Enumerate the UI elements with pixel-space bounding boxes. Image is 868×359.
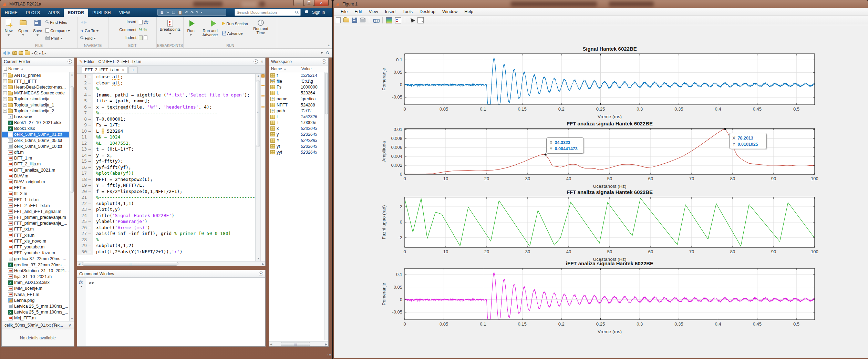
expander-icon[interactable]: + xyxy=(3,109,7,113)
notification-bell-icon[interactable] xyxy=(305,10,309,14)
command-window-body[interactable]: fx >> xyxy=(77,278,265,346)
ribbon-tab-apps[interactable]: APPS xyxy=(44,9,64,17)
new-figure-icon[interactable] xyxy=(336,17,341,23)
qat-cut-icon[interactable]: ✂ xyxy=(166,10,169,15)
insert-icons[interactable]: fx xyxy=(139,20,148,25)
figure-menu-insert[interactable]: Insert xyxy=(382,9,399,14)
run-button[interactable]: Run xyxy=(185,19,197,37)
workspace-variable-row[interactable]: L523264 xyxy=(269,90,324,96)
ribbon-tab-publish[interactable]: PUBLISH xyxy=(88,9,115,17)
collapse-ribbon-icon[interactable]: ▲ xyxy=(327,43,330,47)
file-list-item[interactable]: +FFT_i_IFFT xyxy=(2,78,69,84)
search-documentation-box[interactable]: Search Documentation xyxy=(235,9,301,16)
editor-menu-icon[interactable]: ▼ xyxy=(254,59,258,64)
tab-close-icon[interactable]: × xyxy=(122,68,124,72)
workspace-variable-row[interactable]: chname'gredica xyxy=(269,96,324,102)
file-list-item[interactable]: +Heart-Beat-Detector-mas... xyxy=(2,84,69,90)
ribbon-tab-view[interactable]: VIEW xyxy=(115,9,134,17)
back-forward-icons[interactable] xyxy=(81,20,87,24)
command-window-menu-icon[interactable]: ▼ xyxy=(259,271,263,276)
expander-icon[interactable]: + xyxy=(3,97,7,101)
property-inspector-icon[interactable] xyxy=(417,17,424,23)
comment-label[interactable]: Comment xyxy=(119,28,136,32)
chevron-down-icon[interactable]: ∨ xyxy=(68,323,71,328)
forward-icon[interactable] xyxy=(8,51,11,55)
file-list-item[interactable]: IMM_ucenje.m xyxy=(2,286,69,291)
matlab-titlebar[interactable]: MATLAB R2021a xyxy=(0,0,332,8)
insert-label[interactable]: Insert xyxy=(126,20,136,24)
ribbon-tab-plots[interactable]: PLOTS xyxy=(22,9,44,17)
file-list-item[interactable]: +Toplota_simulacija xyxy=(2,96,69,102)
editor-tab[interactable]: FFT_2_iFFT_txt.m × xyxy=(82,66,127,73)
expander-icon[interactable]: + xyxy=(3,79,7,83)
go-to-button[interactable]: ➜ Go To xyxy=(80,28,99,33)
file-list-item[interactable]: Letvica 25_5_mm 100ms_... xyxy=(2,303,69,309)
file-list-item[interactable]: +MAT-MECAS Source code xyxy=(2,90,69,96)
file-list-item[interactable]: celik_50ms_50mV_05.txt xyxy=(2,137,69,143)
minimize-button[interactable]: — xyxy=(293,0,304,6)
file-list-item[interactable]: HeatSolution_31_10_2021... xyxy=(2,268,69,274)
subplot-ifft-signal[interactable]: 00.050.10.150.20.250.30.350.40.450.5-0.0… xyxy=(334,25,868,358)
qat-dropdown-icon[interactable] xyxy=(200,12,203,13)
workspace-variable-row[interactable]: f1x26214 xyxy=(269,72,324,78)
qat-paste-icon[interactable]: 📋 xyxy=(178,10,183,15)
figure-menu-file[interactable]: File xyxy=(337,9,351,14)
figure-menu-view[interactable]: View xyxy=(365,9,382,14)
file-list-item[interactable]: FFT_2_iFFT_txt.m xyxy=(2,203,69,208)
file-list-item[interactable]: FFT_xls_novo.m xyxy=(2,238,69,244)
file-list-item[interactable]: DFT_analiza_2021.m xyxy=(2,167,69,173)
qat-save-icon[interactable] xyxy=(160,11,164,14)
qat-copy-icon[interactable]: ❏ xyxy=(172,10,175,15)
editor-hscrollbar[interactable]: ◀ ||| ▶ xyxy=(77,261,265,266)
print-button[interactable]: Print xyxy=(45,36,62,40)
workspace-variable-row[interactable]: t1x52326 xyxy=(269,114,324,120)
file-list-item[interactable]: fft_2.m xyxy=(2,191,69,197)
link-plot-icon[interactable] xyxy=(373,17,379,23)
workspace-variable-row[interactable]: NFFT524288 xyxy=(269,102,324,108)
code-editor[interactable]: 1–close all;2–clear all;3%--------------… xyxy=(77,74,255,261)
workspace-variable-list[interactable]: f1x26214chfile'C:\1\gFs1000000L523264chn… xyxy=(269,72,324,340)
workspace-variable-row[interactable]: chpath'C:\1\' xyxy=(269,108,324,114)
compare-button[interactable]: Compare xyxy=(45,28,70,33)
file-list-item[interactable]: Moj_FFT.m xyxy=(2,315,69,321)
workspace-variable-row[interactable]: chfile'C:\1\g xyxy=(269,78,324,84)
workspace-variable-row[interactable]: Y524288x xyxy=(269,137,324,143)
file-list-item[interactable]: DIAV.m xyxy=(2,173,69,179)
file-list-item[interactable]: FFT_primeri_predavanje.m xyxy=(2,215,69,220)
breadcrumb[interactable]: ▸ C: ▸ 1 ▸ xyxy=(32,51,46,55)
address-search-icon[interactable] xyxy=(326,51,330,55)
workspace-variable-row[interactable]: y523264x xyxy=(269,132,324,137)
file-list-item[interactable]: FFT_and_iFFT_signal.m xyxy=(2,208,69,214)
workspace-variable-row[interactable]: yf523264x xyxy=(269,143,324,149)
open-button[interactable]: Open xyxy=(17,19,30,37)
file-list-item[interactable]: dft.m xyxy=(2,149,69,155)
fx-icon[interactable]: fx xyxy=(79,280,83,285)
file-list-item[interactable]: XLetvica 25_5_mm 100ms_... xyxy=(2,309,69,315)
file-list-item[interactable]: Ilija_31_10_2021.m xyxy=(2,274,69,279)
file-list-item[interactable]: Lenna.png xyxy=(2,297,69,303)
ribbon-tab-editor[interactable]: EDITOR xyxy=(64,9,88,17)
quick-access-toolbar[interactable]: ✂ ❏ 📋 ↶ ↷ ? xyxy=(157,9,226,16)
selected-file-dropdown[interactable]: celik_50ms_50mV_01.txt (Tex... ∨ xyxy=(2,321,74,329)
file-list-item[interactable]: Ivana_FFT.m xyxy=(2,291,69,297)
run-section-button[interactable]: Run Section xyxy=(222,22,248,26)
file-list-item[interactable]: XBook1.xlsx xyxy=(2,126,69,132)
breakpoints-button[interactable]: Breakpoints xyxy=(159,19,181,35)
file-list-item[interactable]: FFT_txt.m xyxy=(2,226,69,232)
workspace-vscrollbar[interactable] xyxy=(324,72,328,340)
expander-icon[interactable]: + xyxy=(3,73,7,77)
editor-header[interactable]: ✎ Editor - C:\1\FFT_2_iFFT_txt.m ▼ × xyxy=(77,58,265,65)
file-list-item[interactable]: DIAV_original.m xyxy=(2,179,69,185)
restore-button[interactable]: ❐ xyxy=(304,0,314,6)
file-list-scrollbar[interactable]: ▲ ▼ xyxy=(69,72,74,321)
file-list-item[interactable]: gredica 37_22mm 20ms_... xyxy=(2,256,69,262)
qat-redo-icon[interactable]: ↷ xyxy=(190,10,194,15)
open-file-icon[interactable] xyxy=(343,18,349,22)
search-icon[interactable] xyxy=(295,11,299,14)
save-button[interactable]: Save xyxy=(31,19,44,37)
resize-grip[interactable] xyxy=(327,354,331,357)
find-files-button[interactable]: Find Files xyxy=(45,20,67,24)
file-list-item[interactable]: DFT_2_ilija.m xyxy=(2,161,69,167)
ribbon-tab-home[interactable]: HOME xyxy=(1,9,22,17)
save-figure-icon[interactable] xyxy=(352,18,357,23)
